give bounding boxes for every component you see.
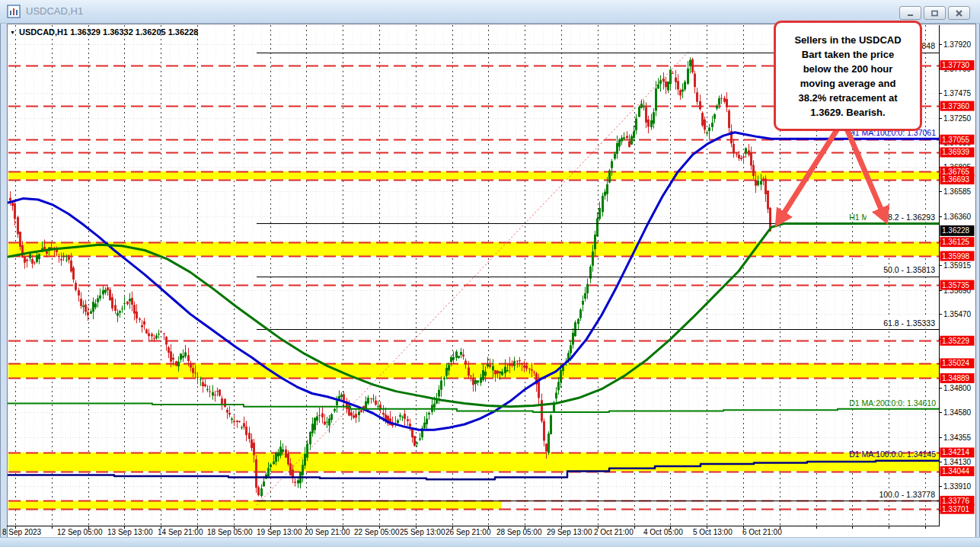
candle-down xyxy=(516,361,519,362)
annotation-line: Sellers in the USDCAD xyxy=(776,33,920,47)
minimize-button[interactable] xyxy=(899,6,921,20)
candle-up xyxy=(687,69,689,84)
x-axis-label: 8 Sep 2023 xyxy=(2,528,42,536)
current-price-label: 1.36228 xyxy=(942,226,970,235)
candle-down xyxy=(21,245,24,258)
y-tick-label: 1.34580 xyxy=(943,408,972,417)
candle-down xyxy=(60,259,62,261)
candle-down xyxy=(677,81,679,89)
candle-up xyxy=(92,302,94,312)
candle-up xyxy=(445,368,448,376)
candle-down xyxy=(472,378,474,385)
candle-down xyxy=(324,421,326,424)
candle-up xyxy=(241,427,243,428)
candle-up xyxy=(460,352,462,355)
candle-up xyxy=(119,311,121,312)
candle-up xyxy=(599,208,601,219)
candle-down xyxy=(533,372,535,373)
candle-up xyxy=(455,352,458,358)
fib-level-label: 38.2 - 1.36293 xyxy=(883,213,935,222)
candle-down xyxy=(202,382,204,386)
y-tick-label: 1.36585 xyxy=(943,187,972,196)
candle-up xyxy=(640,104,643,108)
candle-down xyxy=(172,358,174,360)
candle-up xyxy=(659,80,662,84)
mt4-chart-window: { "window": { "title": "USDCAD,H1", "con… xyxy=(0,0,980,547)
x-axis-label: 25 Sep 13:00 xyxy=(400,528,445,536)
candle-down xyxy=(196,377,199,378)
candle-down xyxy=(160,331,162,332)
candle-down xyxy=(294,481,296,483)
annotation-box[interactable]: Sellers in the USDCADBart taken the pric… xyxy=(774,21,922,131)
candle-up xyxy=(309,432,311,444)
status-bar xyxy=(0,537,980,547)
candle-down xyxy=(204,385,206,387)
candle-up xyxy=(592,251,594,266)
candle-down xyxy=(728,110,730,128)
y-tick-label: 1.35470 xyxy=(943,310,972,318)
candle-up xyxy=(297,480,299,483)
candle-up xyxy=(611,162,613,168)
candle-up xyxy=(633,132,635,139)
candle-down xyxy=(350,412,353,415)
candle-up xyxy=(458,356,460,358)
candle-up xyxy=(38,254,40,259)
x-axis-label: 13 Sep 13:00 xyxy=(107,528,153,536)
candle-up xyxy=(340,395,343,397)
candle-up xyxy=(655,88,657,110)
candle-down xyxy=(78,290,80,296)
candle-down xyxy=(645,107,647,123)
candle-down xyxy=(26,260,28,261)
candle-down xyxy=(31,259,34,264)
restore-button[interactable] xyxy=(924,6,946,20)
candle-down xyxy=(694,74,696,88)
candle-up xyxy=(94,304,97,308)
candle-up xyxy=(117,313,119,316)
x-axis-label: 20 Sep 21:00 xyxy=(305,528,350,536)
candle-down xyxy=(257,488,260,495)
y-tick-label: 1.37250 xyxy=(943,114,972,123)
close-button[interactable] xyxy=(948,6,970,20)
price-badge-label: 1.35735 xyxy=(942,281,970,289)
candle-down xyxy=(114,305,117,311)
candle-down xyxy=(543,421,545,441)
candle-down xyxy=(139,318,141,320)
y-tick-label: 1.35915 xyxy=(943,261,972,270)
candle-up xyxy=(367,398,369,404)
x-axis-label: 14 Sep 21:00 xyxy=(158,528,203,536)
x-axis-label: 2 Oct 21:00 xyxy=(594,528,634,536)
candle-up xyxy=(36,255,38,262)
candle-up xyxy=(267,468,270,476)
candle-up xyxy=(682,89,684,91)
candle-up xyxy=(684,82,686,89)
candle-up xyxy=(200,379,202,380)
candle-down xyxy=(19,232,21,247)
candle-up xyxy=(653,112,655,123)
candle-up xyxy=(65,260,68,261)
candle-up xyxy=(99,296,101,299)
candle-down xyxy=(370,398,372,399)
candle-down xyxy=(696,92,698,101)
candle-up xyxy=(302,465,304,475)
candle-down xyxy=(107,287,109,290)
candle-up xyxy=(480,378,482,383)
candle-up xyxy=(614,154,616,158)
y-tick-label: 1.33910 xyxy=(943,482,972,491)
candle-down xyxy=(468,367,470,376)
fib-level-label: 50.0 - 1.35813 xyxy=(883,265,935,274)
candle-up xyxy=(499,372,501,374)
price-badge-label: 1.37055 xyxy=(942,136,970,144)
candle-up xyxy=(621,138,623,142)
candle-up xyxy=(334,409,336,411)
candle-up xyxy=(606,184,608,194)
price-badge-label: 1.37730 xyxy=(942,61,970,69)
x-axis-label: 4 Oct 05:00 xyxy=(643,528,683,536)
price-badge-label: 1.34889 xyxy=(942,374,970,382)
candle-up xyxy=(706,133,708,134)
candle-down xyxy=(723,98,726,102)
candle-up xyxy=(433,404,436,408)
annotation-line: Bart taken the price xyxy=(776,47,920,62)
x-axis-label: 28 Sep 05:00 xyxy=(496,528,542,536)
candle-down xyxy=(34,263,36,264)
candle-up xyxy=(82,305,85,307)
